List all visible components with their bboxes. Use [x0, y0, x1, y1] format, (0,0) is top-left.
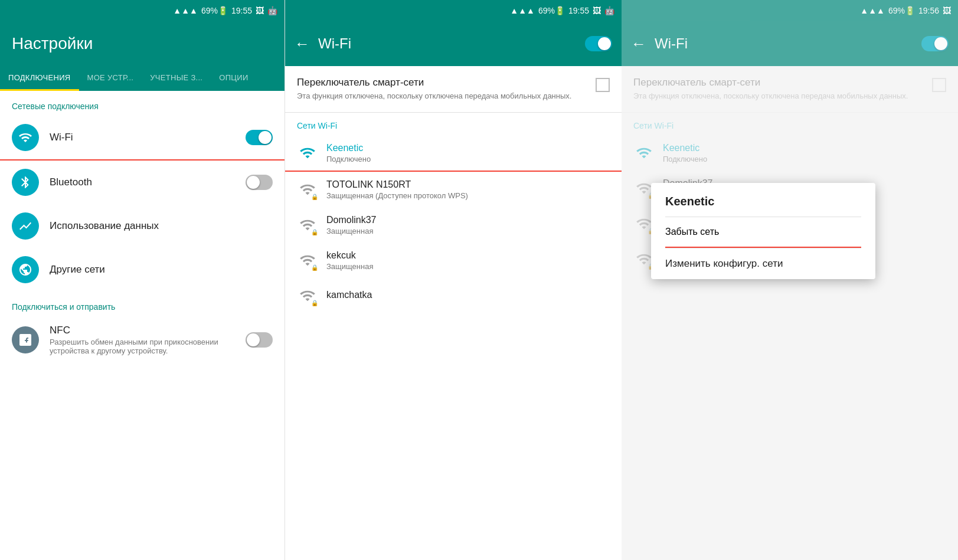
networks-title-2: Сети Wi-Fi — [285, 113, 622, 135]
tab-accounts[interactable]: УЧЕТНЫЕ З... — [142, 66, 211, 91]
context-menu-title: Keenetic — [651, 183, 875, 217]
tab-options[interactable]: ОПЦИИ — [211, 66, 256, 91]
totolink-lock-2: 🔒 — [311, 194, 318, 200]
wifi-main-toggle-3[interactable] — [921, 36, 949, 51]
settings-tabs: ПОДКЛЮЧЕНИЯ МОЕ УСТР... УЧЕТНЫЕ З... ОПЦ… — [0, 66, 285, 91]
wifi-panel-2: ▲▲▲ 69%🔋 19:55 🖼 🤖 ← Wi-Fi Переключатель… — [285, 0, 622, 560]
status-bar-3: ▲▲▲ 69%🔋 19:56 🖼 — [622, 0, 958, 21]
keenetic-icon-3 — [633, 142, 655, 163]
smart-switch-checkbox-2[interactable] — [596, 78, 610, 92]
kamchatka-name-2: kamchatka — [326, 290, 610, 300]
wifi-content-2: Переключатель смарт-сети Эта функция отк… — [285, 66, 622, 560]
domolink-status-2: Защищенная — [326, 227, 610, 235]
forget-network-item[interactable]: Забыть сеть — [665, 217, 861, 248]
keenetic-wifi-icon-2 — [297, 142, 318, 163]
settings-panel: ▲▲▲ 69%🔋 19:55 🖼 🤖 Настройки ПОДКЛЮЧЕНИЯ… — [0, 0, 285, 560]
network-totolink-2[interactable]: 🔒 TOTOLINK N150RT Защищенная (Доступен п… — [285, 172, 622, 207]
other-networks-item[interactable]: Другие сети — [0, 248, 285, 292]
context-menu: Keenetic Забыть сеть Изменить конфигур. … — [651, 183, 875, 279]
wifi-settings-item[interactable]: Wi-Fi — [0, 116, 285, 161]
totolink-name-2: TOTOLINK N150RT — [326, 179, 610, 190]
wifi-main-toggle-2[interactable] — [585, 36, 612, 51]
wifi-icon — [12, 124, 39, 151]
settings-page-title: Настройки — [12, 34, 93, 53]
bluetooth-item-text: Bluetooth — [50, 176, 235, 188]
domolink-lock-2: 🔒 — [311, 229, 318, 235]
wifi-main-toggle-knob-3 — [934, 37, 947, 50]
forget-network-wrapper: Забыть сеть — [651, 217, 875, 248]
p3-screenshot-icon: 🖼 — [943, 6, 951, 15]
data-usage-label: Использование данных — [50, 220, 273, 232]
nfc-item[interactable]: NFC Разрешить обмен данными при прикосно… — [0, 316, 285, 363]
time-2: 19:55 — [568, 6, 589, 15]
tab-connections[interactable]: ПОДКЛЮЧЕНИЯ — [0, 66, 79, 91]
domolink-text-2: Domolink37 Защищенная — [326, 215, 610, 235]
change-config-label: Изменить конфигур. сети — [665, 258, 783, 269]
other-networks-label: Другие сети — [50, 264, 273, 276]
other-networks-icon — [12, 256, 39, 283]
dimmed-background: Переключатель смарт-сети Эта функция отк… — [622, 66, 958, 560]
network-section-title: Сетевые подключения — [0, 91, 285, 116]
wifi-toggle[interactable] — [246, 130, 273, 145]
connect-section-title: Подключиться и отправить — [0, 292, 285, 316]
bluetooth-toggle[interactable] — [246, 175, 273, 190]
network-kamchatka-2[interactable]: 🔒 kamchatka — [285, 278, 622, 313]
screenshot-icon: 🖼 — [256, 6, 264, 15]
back-button-3[interactable]: ← — [631, 35, 646, 53]
keenetic-status-3: Подключено — [663, 155, 946, 163]
totolink-text-2: TOTOLINK N150RT Защищенная (Доступен про… — [326, 179, 610, 200]
keenetic-text-2: Keenetic Подключено — [326, 143, 610, 163]
kamchatka-icon-2: 🔒 — [297, 285, 318, 306]
settings-header: Настройки — [0, 21, 285, 66]
smart-switch-desc-3: Эта функция отключена, поскольку отключе… — [633, 91, 925, 101]
nfc-desc: Разрешить обмен данными при прикосновени… — [50, 338, 235, 355]
android-icon: 🤖 — [267, 6, 277, 15]
status-bar-1: ▲▲▲ 69%🔋 19:55 🖼 🤖 — [0, 0, 285, 21]
nfc-label: NFC — [50, 325, 235, 336]
wifi-toggle-knob — [259, 131, 272, 144]
nfc-text: NFC Разрешить обмен данными при прикосно… — [50, 325, 235, 355]
time-1: 19:55 — [231, 6, 252, 15]
bluetooth-toggle-knob — [247, 176, 260, 189]
wifi-battery: 69%🔋 — [538, 6, 565, 15]
smart-switch-desc-2: Эта функция отключена, поскольку отключе… — [297, 91, 588, 101]
change-config-item[interactable]: Изменить конфигур. сети — [651, 248, 875, 279]
totolink-icon-2: 🔒 — [297, 179, 318, 200]
wifi-status-icon: ▲▲▲ — [510, 6, 535, 15]
kekcuk-name-2: kekcuk — [326, 250, 610, 261]
network-kekcuk-2[interactable]: 🔒 kekcuk Защищенная — [285, 243, 622, 278]
network-keenetic-2[interactable]: Keenetic Подключено — [285, 135, 622, 172]
wifi-main-toggle-knob-2 — [598, 37, 611, 50]
bluetooth-settings-item[interactable]: Bluetooth — [0, 161, 285, 204]
smart-switch-3: Переключатель смарт-сети Эта функция отк… — [622, 66, 958, 113]
data-icon — [12, 212, 39, 240]
wifi-title-3: Wi-Fi — [655, 35, 913, 52]
p2-android-icon: 🤖 — [604, 6, 614, 15]
kamchatka-lock-2: 🔒 — [311, 300, 318, 306]
domolink-name-2: Domolink37 — [326, 215, 610, 225]
tab-my-device[interactable]: МОЕ УСТР... — [79, 66, 142, 91]
smart-switch-2: Переключатель смарт-сети Эта функция отк… — [285, 66, 622, 113]
p3-signal-icon: ▲▲▲ — [860, 6, 885, 15]
status-bar-2: ▲▲▲ 69%🔋 19:55 🖼 🤖 — [285, 0, 622, 21]
wifi-header-2: ← Wi-Fi — [285, 21, 622, 66]
keenetic-name-2: Keenetic — [326, 143, 610, 153]
settings-content: Сетевые подключения Wi-Fi B — [0, 91, 285, 560]
smart-switch-label-3: Переключатель смарт-сети — [633, 77, 925, 89]
nfc-icon — [12, 326, 39, 353]
smart-switch-text-2: Переключатель смарт-сети Эта функция отк… — [297, 77, 588, 101]
bluetooth-icon — [12, 169, 39, 196]
bluetooth-label: Bluetooth — [50, 176, 235, 188]
wifi-panel-3: ▲▲▲ 69%🔋 19:56 🖼 ← Wi-Fi Переключатель с… — [622, 0, 958, 560]
nfc-toggle-knob — [247, 333, 260, 346]
kekcuk-text-2: kekcuk Защищенная — [326, 250, 610, 271]
network-keenetic-3: Keenetic Подключено — [622, 135, 958, 171]
nfc-toggle[interactable] — [246, 332, 273, 348]
network-domolink-2[interactable]: 🔒 Domolink37 Защищенная — [285, 207, 622, 243]
totolink-status-2: Защищенная (Доступен протокол WPS) — [326, 191, 610, 200]
battery-icon: 69%🔋 — [201, 6, 228, 15]
smart-switch-text-3: Переключатель смарт-сети Эта функция отк… — [633, 77, 925, 101]
wifi-label: Wi-Fi — [50, 132, 235, 143]
back-button-2[interactable]: ← — [295, 35, 310, 53]
data-usage-item[interactable]: Использование данных — [0, 204, 285, 248]
